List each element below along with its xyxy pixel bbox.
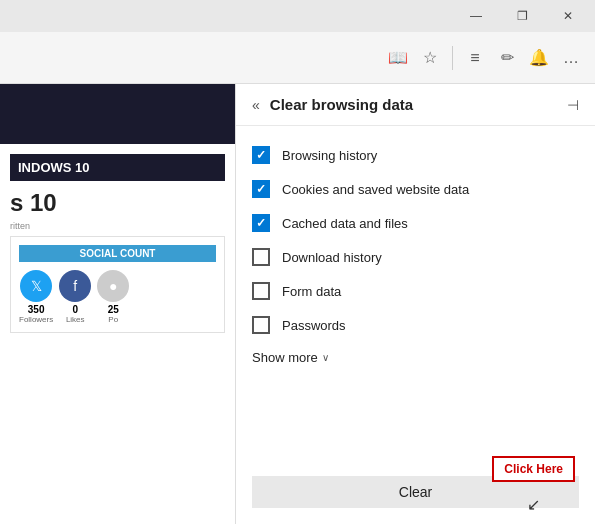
- checkbox-download-label: Download history: [282, 250, 382, 265]
- checkbox-cached-box[interactable]: ✓: [252, 214, 270, 232]
- checkbox-download-history[interactable]: Download history: [252, 240, 579, 274]
- checkbox-form-box[interactable]: [252, 282, 270, 300]
- checkbox-cached-label: Cached data and files: [282, 216, 408, 231]
- close-button[interactable]: ✕: [545, 0, 591, 32]
- maximize-button[interactable]: ❐: [499, 0, 545, 32]
- checkmark-icon: ✓: [256, 148, 266, 162]
- checkbox-browsing-history-box[interactable]: ✓: [252, 146, 270, 164]
- favorites-icon[interactable]: ☆: [416, 44, 444, 72]
- twitter-icon: 𝕏: [20, 270, 52, 302]
- clear-browsing-data-panel: « Clear browsing data ⊣ ✓ Browsing histo…: [235, 84, 595, 524]
- social-count-title: SOCIAL COUNT: [19, 245, 216, 262]
- click-here-badge[interactable]: Click Here: [492, 456, 575, 482]
- checkbox-form-label: Form data: [282, 284, 341, 299]
- number-display: s 10: [10, 189, 225, 217]
- twitter-label: Followers: [19, 315, 53, 324]
- back-button[interactable]: «: [252, 97, 260, 113]
- checkbox-cookies[interactable]: ✓ Cookies and saved website data: [252, 172, 579, 206]
- other-count: 25: [108, 304, 119, 315]
- panel-content: ✓ Browsing history ✓ Cookies and saved w…: [236, 126, 595, 468]
- checkmark-icon: ✓: [256, 216, 266, 230]
- more-icon[interactable]: …: [557, 44, 585, 72]
- reader-icon[interactable]: 📖: [384, 44, 412, 72]
- panel-header: « Clear browsing data ⊣: [236, 84, 595, 126]
- windows10-banner: INDOWS 10: [10, 154, 225, 181]
- checkbox-form-data[interactable]: Form data: [252, 274, 579, 308]
- minimize-button[interactable]: —: [453, 0, 499, 32]
- note-icon[interactable]: ✏: [493, 44, 521, 72]
- social-count-box: SOCIAL COUNT 𝕏 350 Followers f 0 Likes ●: [10, 236, 225, 333]
- checkbox-passwords-box[interactable]: [252, 316, 270, 334]
- panel-footer: Click Here Clear ↙: [236, 468, 595, 524]
- facebook-item: f 0 Likes: [59, 270, 91, 324]
- pin-icon[interactable]: ⊣: [567, 97, 579, 113]
- other-item: ● 25 Po: [97, 270, 129, 324]
- checkbox-cookies-label: Cookies and saved website data: [282, 182, 469, 197]
- toolbar-right: 📖 ☆ ≡ ✏ 🔔 …: [384, 44, 585, 72]
- browser-content: INDOWS 10 s 10 ritten SOCIAL COUNT 𝕏 350…: [0, 84, 595, 524]
- twitter-count: 350: [28, 304, 45, 315]
- social-count-row: 𝕏 350 Followers f 0 Likes ● 25 Po: [19, 270, 216, 324]
- checkbox-browsing-history-label: Browsing history: [282, 148, 377, 163]
- page-header-bg: [0, 84, 235, 144]
- written-text: ritten: [10, 221, 225, 231]
- checkbox-passwords[interactable]: Passwords: [252, 308, 579, 342]
- hub-icon[interactable]: ≡: [461, 44, 489, 72]
- checkbox-passwords-label: Passwords: [282, 318, 346, 333]
- show-more-label: Show more: [252, 350, 318, 365]
- window-controls: — ❐ ✕: [453, 0, 591, 32]
- checkmark-icon: ✓: [256, 182, 266, 196]
- share-icon[interactable]: 🔔: [525, 44, 553, 72]
- checkbox-download-box[interactable]: [252, 248, 270, 266]
- twitter-item: 𝕏 350 Followers: [19, 270, 53, 324]
- page-background: INDOWS 10 s 10 ritten SOCIAL COUNT 𝕏 350…: [0, 84, 235, 524]
- cursor-arrow-icon: ↙: [527, 495, 540, 514]
- facebook-icon: f: [59, 270, 91, 302]
- facebook-label: Likes: [66, 315, 85, 324]
- window-chrome: — ❐ ✕: [0, 0, 595, 32]
- chevron-down-icon: ∨: [322, 352, 329, 363]
- other-label: Po: [108, 315, 118, 324]
- other-icon: ●: [97, 270, 129, 302]
- panel-title: Clear browsing data: [270, 96, 557, 113]
- page-mid: INDOWS 10 s 10 ritten SOCIAL COUNT 𝕏 350…: [0, 144, 235, 343]
- show-more-button[interactable]: Show more ∨: [252, 342, 579, 373]
- checkbox-browsing-history[interactable]: ✓ Browsing history: [252, 138, 579, 172]
- browser-toolbar: 📖 ☆ ≡ ✏ 🔔 …: [0, 32, 595, 84]
- checkbox-cookies-box[interactable]: ✓: [252, 180, 270, 198]
- facebook-count: 0: [72, 304, 78, 315]
- checkbox-cached-data[interactable]: ✓ Cached data and files: [252, 206, 579, 240]
